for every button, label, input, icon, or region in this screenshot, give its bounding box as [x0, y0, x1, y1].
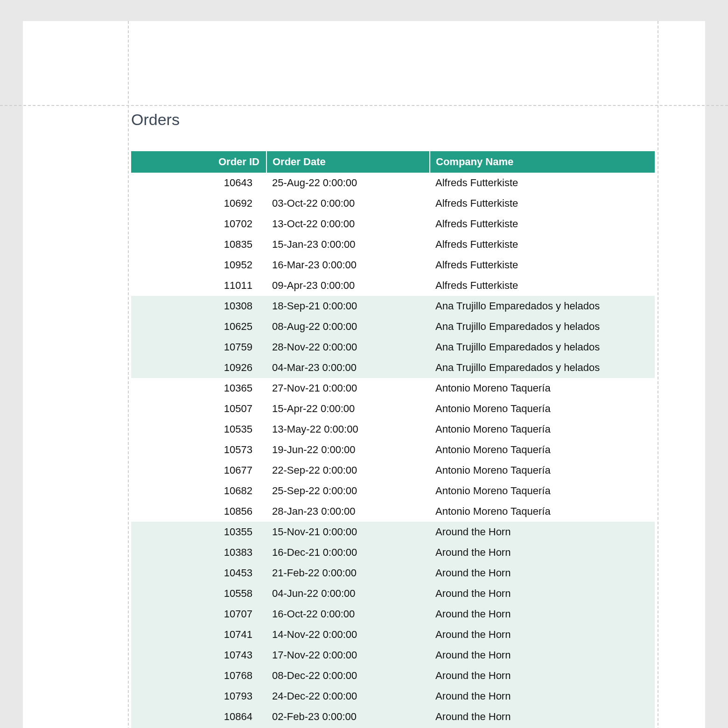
cell-order-date: 09-Apr-23 0:00:00 [266, 275, 430, 296]
cell-order-id: 11011 [131, 275, 266, 296]
cell-company-name: Around the Horn [430, 563, 655, 583]
cell-order-id: 10573 [131, 440, 266, 460]
cell-order-id: 10835 [131, 234, 266, 255]
table-row: 1038316-Dec-21 0:00:00Around the Horn [131, 542, 655, 563]
table-row: 1057319-Jun-22 0:00:00Antonio Moreno Taq… [131, 440, 655, 460]
cell-order-id: 10768 [131, 665, 266, 686]
cell-company-name: Around the Horn [430, 686, 655, 707]
cell-order-id: 10926 [131, 357, 266, 378]
cell-company-name: Alfreds Futterkiste [430, 234, 655, 255]
cell-order-date: 25-Aug-22 0:00:00 [266, 173, 430, 193]
cell-company-name: Around the Horn [430, 583, 655, 604]
column-header-order-date: Order Date [266, 151, 430, 173]
table-row: 1053513-May-22 0:00:00Antonio Moreno Taq… [131, 419, 655, 440]
column-header-order-id: Order ID [131, 151, 266, 173]
margin-guide-left [128, 21, 129, 728]
report-title: Orders [131, 111, 655, 129]
cell-order-id: 10793 [131, 686, 266, 707]
cell-order-date: 04-Mar-23 0:00:00 [266, 357, 430, 378]
cell-order-date: 08-Dec-22 0:00:00 [266, 665, 430, 686]
cell-order-id: 10864 [131, 707, 266, 727]
cell-company-name: Around the Horn [430, 645, 655, 665]
cell-order-date: 17-Nov-22 0:00:00 [266, 645, 430, 665]
cell-order-id: 10707 [131, 604, 266, 624]
cell-order-id: 10692 [131, 193, 266, 214]
cell-company-name: Antonio Moreno Taquería [430, 460, 655, 481]
table-row: 1067722-Sep-22 0:00:00Antonio Moreno Taq… [131, 460, 655, 481]
cell-order-date: 08-Aug-22 0:00:00 [266, 316, 430, 337]
cell-company-name: Antonio Moreno Taquería [430, 419, 655, 440]
table-row: 1083515-Jan-23 0:00:00Alfreds Futterkist… [131, 234, 655, 255]
cell-company-name: Around the Horn [430, 522, 655, 542]
cell-company-name: Alfreds Futterkiste [430, 255, 655, 275]
cell-order-date: 28-Jan-23 0:00:00 [266, 501, 430, 522]
cell-order-id: 10856 [131, 501, 266, 522]
table-row: 1076808-Dec-22 0:00:00Around the Horn [131, 665, 655, 686]
cell-order-id: 10453 [131, 563, 266, 583]
orders-table: Order ID Order Date Company Name 1064325… [131, 151, 655, 728]
cell-company-name: Antonio Moreno Taquería [430, 378, 655, 399]
table-row: 1092604-Mar-23 0:00:00Ana Trujillo Empar… [131, 357, 655, 378]
cell-order-id: 10535 [131, 419, 266, 440]
cell-order-id: 10677 [131, 460, 266, 481]
cell-company-name: Antonio Moreno Taquería [430, 481, 655, 501]
cell-order-date: 18-Sep-21 0:00:00 [266, 296, 430, 316]
cell-company-name: Around the Horn [430, 542, 655, 563]
cell-company-name: Ana Trujillo Emparedados y helados [430, 296, 655, 316]
cell-order-id: 10383 [131, 542, 266, 563]
table-row: 1035515-Nov-21 0:00:00Around the Horn [131, 522, 655, 542]
table-row: 1062508-Aug-22 0:00:00Ana Trujillo Empar… [131, 316, 655, 337]
cell-company-name: Antonio Moreno Taquería [430, 399, 655, 419]
cell-order-date: 24-Dec-22 0:00:00 [266, 686, 430, 707]
table-body: 1064325-Aug-22 0:00:00Alfreds Futterkist… [131, 173, 655, 728]
cell-order-id: 10355 [131, 522, 266, 542]
margin-guide-right [658, 21, 658, 728]
cell-order-date: 21-Feb-22 0:00:00 [266, 563, 430, 583]
cell-order-date: 14-Nov-22 0:00:00 [266, 624, 430, 645]
table-row: 1101109-Apr-23 0:00:00Alfreds Futterkist… [131, 275, 655, 296]
cell-order-id: 10558 [131, 583, 266, 604]
cell-order-date: 27-Nov-21 0:00:00 [266, 378, 430, 399]
table-header-row: Order ID Order Date Company Name [131, 151, 655, 173]
table-row: 1064325-Aug-22 0:00:00Alfreds Futterkist… [131, 173, 655, 193]
cell-order-id: 10952 [131, 255, 266, 275]
table-row: 1069203-Oct-22 0:00:00Alfreds Futterkist… [131, 193, 655, 214]
cell-order-date: 16-Mar-23 0:00:00 [266, 255, 430, 275]
table-row: 1030818-Sep-21 0:00:00Ana Trujillo Empar… [131, 296, 655, 316]
table-row: 1079324-Dec-22 0:00:00Around the Horn [131, 686, 655, 707]
report-content: Orders Order ID Order Date Company Name … [131, 111, 655, 728]
table-row: 1075928-Nov-22 0:00:00Ana Trujillo Empar… [131, 337, 655, 357]
cell-order-date: 19-Jun-22 0:00:00 [266, 440, 430, 460]
cell-company-name: Antonio Moreno Taquería [430, 501, 655, 522]
cell-order-id: 10743 [131, 645, 266, 665]
report-page: Orders Order ID Order Date Company Name … [23, 21, 705, 728]
cell-order-date: 13-Oct-22 0:00:00 [266, 214, 430, 234]
cell-company-name: Around the Horn [430, 707, 655, 727]
cell-order-id: 10507 [131, 399, 266, 419]
cell-order-date: 15-Apr-22 0:00:00 [266, 399, 430, 419]
cell-order-date: 03-Oct-22 0:00:00 [266, 193, 430, 214]
cell-company-name: Around the Horn [430, 604, 655, 624]
cell-company-name: Around the Horn [430, 665, 655, 686]
cell-company-name: Ana Trujillo Emparedados y helados [430, 337, 655, 357]
cell-company-name: Alfreds Futterkiste [430, 214, 655, 234]
table-row: 1074317-Nov-22 0:00:00Around the Horn [131, 645, 655, 665]
cell-order-date: 16-Dec-21 0:00:00 [266, 542, 430, 563]
cell-company-name: Ana Trujillo Emparedados y helados [430, 316, 655, 337]
table-row: 1055804-Jun-22 0:00:00Around the Horn [131, 583, 655, 604]
table-row: 1086402-Feb-23 0:00:00Around the Horn [131, 707, 655, 727]
cell-order-id: 10308 [131, 296, 266, 316]
table-row: 1070213-Oct-22 0:00:00Alfreds Futterkist… [131, 214, 655, 234]
cell-company-name: Ana Trujillo Emparedados y helados [430, 357, 655, 378]
cell-order-date: 16-Oct-22 0:00:00 [266, 604, 430, 624]
cell-order-id: 10365 [131, 378, 266, 399]
table-row: 1070716-Oct-22 0:00:00Around the Horn [131, 604, 655, 624]
cell-company-name: Antonio Moreno Taquería [430, 440, 655, 460]
cell-company-name: Around the Horn [430, 624, 655, 645]
cell-order-id: 10702 [131, 214, 266, 234]
table-row: 1036527-Nov-21 0:00:00Antonio Moreno Taq… [131, 378, 655, 399]
column-header-company-name: Company Name [430, 151, 655, 173]
table-row: 1085628-Jan-23 0:00:00Antonio Moreno Taq… [131, 501, 655, 522]
cell-order-id: 10625 [131, 316, 266, 337]
table-row: 1068225-Sep-22 0:00:00Antonio Moreno Taq… [131, 481, 655, 501]
